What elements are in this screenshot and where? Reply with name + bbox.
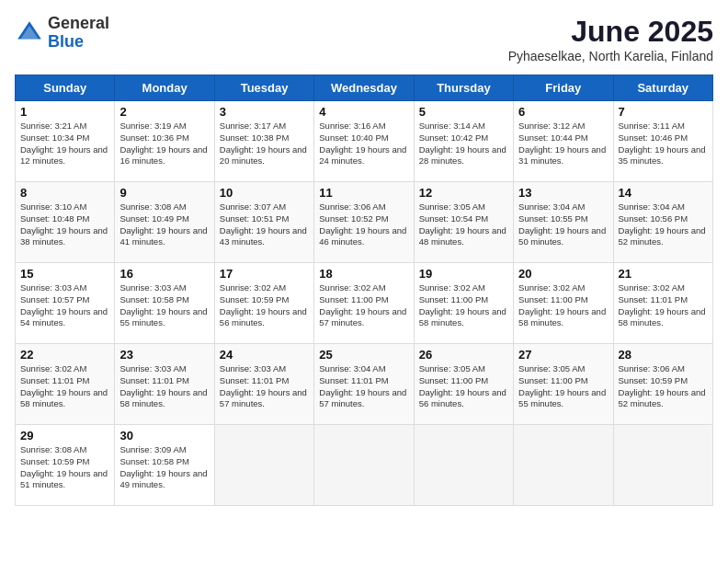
weekday-header-monday: Monday — [115, 75, 214, 101]
logo: General Blue — [15, 15, 109, 52]
calendar-cell: 12Sunrise: 3:05 AM Sunset: 10:54 PM Dayl… — [414, 182, 513, 263]
cell-details: Sunrise: 3:02 AM Sunset: 10:59 PM Daylig… — [220, 282, 309, 329]
cell-details: Sunrise: 3:11 AM Sunset: 10:46 PM Daylig… — [619, 121, 708, 167]
day-number: 12 — [419, 186, 508, 200]
day-number: 17 — [220, 267, 309, 281]
cell-details: Sunrise: 3:06 AM Sunset: 10:52 PM Daylig… — [319, 201, 408, 248]
calendar-cell: 1Sunrise: 3:21 AM Sunset: 10:34 PM Dayli… — [16, 101, 115, 182]
cell-details: Sunrise: 3:03 AM Sunset: 10:58 PM Daylig… — [119, 282, 209, 329]
calendar-cell: 23Sunrise: 3:03 AM Sunset: 11:01 PM Dayl… — [115, 344, 214, 425]
calendar-cell: 22Sunrise: 3:02 AM Sunset: 11:01 PM Dayl… — [16, 344, 115, 425]
calendar-cell: 16Sunrise: 3:03 AM Sunset: 10:58 PM Dayl… — [115, 263, 214, 344]
day-number: 11 — [319, 186, 408, 200]
cell-details: Sunrise: 3:02 AM Sunset: 11:00 PM Daylig… — [319, 282, 408, 329]
day-number: 4 — [319, 105, 408, 119]
day-number: 5 — [419, 105, 508, 119]
day-number: 26 — [419, 348, 508, 362]
cell-details: Sunrise: 3:19 AM Sunset: 10:36 PM Daylig… — [119, 121, 209, 167]
cell-details: Sunrise: 3:03 AM Sunset: 11:01 PM Daylig… — [220, 363, 309, 410]
calendar-cell: 21Sunrise: 3:02 AM Sunset: 11:01 PM Dayl… — [613, 263, 712, 344]
calendar-cell — [214, 425, 313, 506]
title-block: June 2025 Pyhaeselkae, North Karelia, Fi… — [508, 15, 713, 63]
weekday-header-tuesday: Tuesday — [214, 75, 313, 101]
day-number: 25 — [319, 348, 408, 362]
weekday-header-thursday: Thursday — [414, 75, 513, 101]
calendar-cell: 8Sunrise: 3:10 AM Sunset: 10:48 PM Dayli… — [16, 182, 115, 263]
day-number: 19 — [419, 267, 508, 281]
calendar-cell: 11Sunrise: 3:06 AM Sunset: 10:52 PM Dayl… — [314, 182, 414, 263]
day-number: 2 — [119, 105, 209, 119]
weekday-header-saturday: Saturday — [613, 75, 712, 101]
cell-details: Sunrise: 3:02 AM Sunset: 11:00 PM Daylig… — [518, 282, 608, 329]
calendar-cell: 13Sunrise: 3:04 AM Sunset: 10:55 PM Dayl… — [514, 182, 613, 263]
calendar-cell: 30Sunrise: 3:09 AM Sunset: 10:58 PM Dayl… — [115, 425, 214, 506]
logo-icon — [15, 18, 44, 48]
day-number: 13 — [518, 186, 608, 200]
calendar-cell: 24Sunrise: 3:03 AM Sunset: 11:01 PM Dayl… — [214, 344, 313, 425]
cell-details: Sunrise: 3:08 AM Sunset: 10:49 PM Daylig… — [119, 201, 209, 248]
day-number: 7 — [619, 105, 708, 119]
day-number: 14 — [619, 186, 708, 200]
logo-text: General Blue — [48, 15, 109, 52]
cell-details: Sunrise: 3:21 AM Sunset: 10:34 PM Daylig… — [20, 121, 109, 167]
calendar-cell: 6Sunrise: 3:12 AM Sunset: 10:44 PM Dayli… — [514, 101, 613, 182]
calendar-cell: 10Sunrise: 3:07 AM Sunset: 10:51 PM Dayl… — [214, 182, 313, 263]
calendar-week-row: 1Sunrise: 3:21 AM Sunset: 10:34 PM Dayli… — [16, 101, 713, 182]
day-number: 21 — [619, 267, 708, 281]
calendar-cell — [414, 425, 513, 506]
day-number: 22 — [20, 348, 109, 362]
calendar-cell: 2Sunrise: 3:19 AM Sunset: 10:36 PM Dayli… — [115, 101, 214, 182]
day-number: 30 — [119, 429, 209, 442]
cell-details: Sunrise: 3:02 AM Sunset: 11:00 PM Daylig… — [419, 282, 508, 329]
day-number: 3 — [220, 105, 309, 119]
cell-details: Sunrise: 3:04 AM Sunset: 10:55 PM Daylig… — [518, 201, 608, 248]
calendar-cell: 26Sunrise: 3:05 AM Sunset: 11:00 PM Dayl… — [414, 344, 513, 425]
day-number: 6 — [518, 105, 608, 119]
cell-details: Sunrise: 3:16 AM Sunset: 10:40 PM Daylig… — [319, 121, 408, 167]
cell-details: Sunrise: 3:08 AM Sunset: 10:59 PM Daylig… — [20, 444, 109, 491]
cell-details: Sunrise: 3:03 AM Sunset: 10:57 PM Daylig… — [20, 282, 109, 329]
calendar-week-row: 22Sunrise: 3:02 AM Sunset: 11:01 PM Dayl… — [16, 344, 713, 425]
cell-details: Sunrise: 3:17 AM Sunset: 10:38 PM Daylig… — [220, 121, 309, 167]
calendar-cell: 14Sunrise: 3:04 AM Sunset: 10:56 PM Dayl… — [613, 182, 712, 263]
cell-details: Sunrise: 3:02 AM Sunset: 11:01 PM Daylig… — [619, 282, 708, 329]
cell-details: Sunrise: 3:07 AM Sunset: 10:51 PM Daylig… — [220, 201, 309, 248]
calendar-table: SundayMondayTuesdayWednesdayThursdayFrid… — [15, 75, 713, 506]
cell-details: Sunrise: 3:05 AM Sunset: 10:54 PM Daylig… — [419, 201, 508, 248]
calendar-cell — [514, 425, 613, 506]
cell-details: Sunrise: 3:09 AM Sunset: 10:58 PM Daylig… — [119, 444, 209, 491]
cell-details: Sunrise: 3:04 AM Sunset: 10:56 PM Daylig… — [619, 201, 708, 248]
month-title: June 2025 — [508, 15, 713, 49]
cell-details: Sunrise: 3:03 AM Sunset: 11:01 PM Daylig… — [119, 363, 209, 410]
day-number: 8 — [20, 186, 109, 200]
day-number: 16 — [119, 267, 209, 281]
calendar-cell: 27Sunrise: 3:05 AM Sunset: 11:00 PM Dayl… — [514, 344, 613, 425]
calendar-week-row: 8Sunrise: 3:10 AM Sunset: 10:48 PM Dayli… — [16, 182, 713, 263]
calendar-cell — [314, 425, 414, 506]
cell-details: Sunrise: 3:02 AM Sunset: 11:01 PM Daylig… — [20, 363, 109, 410]
day-number: 23 — [119, 348, 209, 362]
weekday-header-wednesday: Wednesday — [314, 75, 414, 101]
day-number: 20 — [518, 267, 608, 281]
cell-details: Sunrise: 3:14 AM Sunset: 10:42 PM Daylig… — [419, 121, 508, 167]
cell-details: Sunrise: 3:12 AM Sunset: 10:44 PM Daylig… — [518, 121, 608, 167]
calendar-cell: 20Sunrise: 3:02 AM Sunset: 11:00 PM Dayl… — [514, 263, 613, 344]
calendar-cell: 3Sunrise: 3:17 AM Sunset: 10:38 PM Dayli… — [214, 101, 313, 182]
cell-details: Sunrise: 3:04 AM Sunset: 11:01 PM Daylig… — [319, 363, 408, 410]
calendar-cell: 18Sunrise: 3:02 AM Sunset: 11:00 PM Dayl… — [314, 263, 414, 344]
calendar-cell — [613, 425, 712, 506]
cell-details: Sunrise: 3:05 AM Sunset: 11:00 PM Daylig… — [419, 363, 508, 410]
calendar-cell: 15Sunrise: 3:03 AM Sunset: 10:57 PM Dayl… — [16, 263, 115, 344]
location: Pyhaeselkae, North Karelia, Finland — [508, 49, 713, 63]
calendar-cell: 29Sunrise: 3:08 AM Sunset: 10:59 PM Dayl… — [16, 425, 115, 506]
day-number: 27 — [518, 348, 608, 362]
page-header: General Blue June 2025 Pyhaeselkae, Nort… — [15, 15, 713, 63]
day-number: 10 — [220, 186, 309, 200]
calendar-cell: 9Sunrise: 3:08 AM Sunset: 10:49 PM Dayli… — [115, 182, 214, 263]
day-number: 9 — [119, 186, 209, 200]
calendar-cell: 5Sunrise: 3:14 AM Sunset: 10:42 PM Dayli… — [414, 101, 513, 182]
day-number: 1 — [20, 105, 109, 119]
day-number: 29 — [20, 429, 109, 442]
calendar-cell: 28Sunrise: 3:06 AM Sunset: 10:59 PM Dayl… — [613, 344, 712, 425]
weekday-header-friday: Friday — [514, 75, 613, 101]
